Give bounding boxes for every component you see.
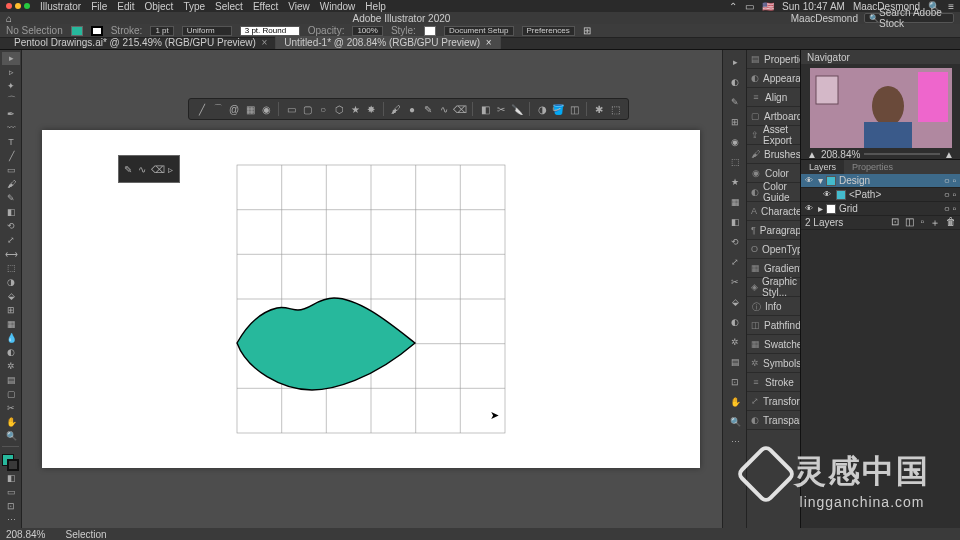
menu-file[interactable]: File [91,1,107,12]
rt-icon-18[interactable]: ✋ [726,393,744,411]
rt-icon-19[interactable]: 🔍 [726,413,744,431]
panel-stroke[interactable]: ≡Stroke [747,373,800,392]
canvas-area[interactable]: ➤ ✎ ∿ ⌫ ▹ ╱ ⌒ @ ▦ ◉ ▭ ▢ ○ ⬡ ★ ✸ 🖌 ● ✎ ∿ … [22,50,722,528]
rt-icon-17[interactable]: ⊡ [726,373,744,391]
user-name[interactable]: MaacDesmond [791,13,858,24]
rt-icon-5[interactable]: ◉ [726,133,744,151]
scale-tool[interactable]: ⤢ [2,234,20,247]
rect-icon[interactable]: ▭ [284,102,298,116]
menu-edit[interactable]: Edit [117,1,134,12]
rt-icon-10[interactable]: ⟲ [726,233,744,251]
expand-icon[interactable]: ▸ [818,203,823,214]
panel-align[interactable]: ≡Align [747,88,800,107]
stroke-swatch[interactable] [91,26,103,36]
knife-icon[interactable]: 🔪 [510,102,524,116]
panel-transform[interactable]: ⤢Transform [747,392,800,411]
rotate-tool[interactable]: ⟲ [2,220,20,233]
zoom-in-icon[interactable]: ▲ [944,149,954,160]
shape-builder-tool[interactable]: ◑ [2,276,20,289]
screen-mode-toggle[interactable]: ⊡ [2,499,20,512]
layer-row-path[interactable]: 👁 <Path> ○ ▫ [801,188,960,202]
align-icon[interactable]: ⊞ [583,25,591,36]
arc-icon[interactable]: ⌒ [211,102,225,116]
shaper-tool[interactable]: ✎ [2,192,20,205]
perspective-tool[interactable]: ⬙ [2,290,20,303]
flare-icon[interactable]: ✸ [364,102,378,116]
tab-props[interactable]: Properties [844,160,901,174]
zoom-tool[interactable]: 🔍 [2,430,20,443]
fill-stroke-indicator[interactable] [2,454,20,471]
panel-paragraph[interactable]: ¶Paragraph [747,221,800,240]
lasso-tool[interactable]: ⌒ [2,94,20,107]
path-eraser-tool-icon[interactable]: ⌫ [453,102,467,116]
panel-character[interactable]: ACharacter [747,202,800,221]
locate-icon[interactable]: ⊡ [891,216,899,230]
expand-icon[interactable]: ▾ [818,175,823,186]
panel-info[interactable]: ⓘInfo [747,297,800,316]
shape-builder-icon[interactable]: ◑ [535,102,549,116]
brush-dropdown[interactable]: 3 pt. Round [240,26,300,36]
mesh-tool[interactable]: ⊞ [2,304,20,317]
color-mode-toggle[interactable]: ◧ [2,471,20,484]
panel-asset-export[interactable]: ⇪Asset Export [747,126,800,145]
pen-tool[interactable]: ✒ [2,108,20,121]
gradient-tool[interactable]: ▦ [2,318,20,331]
direct-selection-tool[interactable]: ▹ [2,66,20,79]
search-stock-input[interactable]: 🔍 Search Adobe Stock [864,13,954,23]
floating-toolbar[interactable]: ╱ ⌒ @ ▦ ◉ ▭ ▢ ○ ⬡ ★ ✸ 🖌 ● ✎ ∿ ⌫ ◧ ✂ 🔪 ◑ … [188,98,629,120]
panel-color-guide[interactable]: ◐Color Guide [747,183,800,202]
lips-shape[interactable] [237,298,415,390]
menu-effect[interactable]: Effect [253,1,278,12]
slice-tool[interactable]: ✂ [2,402,20,415]
type-tool[interactable]: T [2,136,20,149]
free-transform-tool[interactable]: ⬚ [2,262,20,275]
panel-appearance[interactable]: ◐Appearance [747,69,800,88]
ellipse-icon[interactable]: ○ [316,102,330,116]
stroke-profile-dropdown[interactable]: Uniform [182,26,232,36]
document-setup-button[interactable]: Document Setup [444,26,514,36]
curvature-tool[interactable]: 〰 [2,122,20,135]
artboard-tool[interactable]: ▢ [2,388,20,401]
tab-layers[interactable]: Layers [801,160,844,174]
menu-type[interactable]: Type [183,1,205,12]
polar-grid-icon[interactable]: ◉ [259,102,273,116]
rt-icon-3[interactable]: ✎ [726,93,744,111]
mask-icon[interactable]: ◫ [905,216,914,230]
menu-object[interactable]: Object [144,1,173,12]
visibility-icon[interactable]: 👁 [805,204,815,213]
magic-wand-tool[interactable]: ✦ [2,80,20,93]
delete-layer-icon[interactable]: 🗑 [946,216,956,230]
blend-tool[interactable]: ◐ [2,346,20,359]
smooth-icon[interactable]: ∿ [137,164,147,174]
rt-icon-8[interactable]: ▦ [726,193,744,211]
status-zoom[interactable]: 208.84% [6,529,45,540]
free-transform-icon[interactable]: ⬚ [608,102,622,116]
opacity-input[interactable]: 100% [352,26,382,36]
menu-window[interactable]: Window [320,1,356,12]
panel-transparency[interactable]: ◐Transparency [747,411,800,430]
panel-graphic-styles[interactable]: ◈Graphic Styl... [747,278,800,297]
visibility-icon[interactable]: 👁 [823,190,833,199]
graph-tool[interactable]: ▤ [2,374,20,387]
rt-icon-20[interactable]: ⋯ [726,433,744,451]
tab-untitled[interactable]: Untitled-1* @ 208.84% (RGB/GPU Preview) … [276,36,500,49]
line-tool[interactable]: ╱ [2,150,20,163]
eyedropper-tool[interactable]: 💧 [2,332,20,345]
stroke-weight-dropdown[interactable]: 1 pt [150,26,173,36]
rt-icon-12[interactable]: ✂ [726,273,744,291]
rt-icon-6[interactable]: ⬚ [726,153,744,171]
polygon-icon[interactable]: ⬡ [332,102,346,116]
menu-select[interactable]: Select [215,1,243,12]
menu-help[interactable]: Help [365,1,386,12]
style-swatch[interactable] [424,26,436,36]
puppet-warp-icon[interactable]: ✱ [592,102,606,116]
panel-pathfinder[interactable]: ◫Pathfinder [747,316,800,335]
panel-swatches[interactable]: ▦Swatches [747,335,800,354]
zoom-slider[interactable] [864,153,940,155]
paintbrush-icon[interactable]: 🖌 [389,102,403,116]
layer-row-design[interactable]: 👁 ▾ Design ○ ▫ [801,174,960,188]
rectangle-tool[interactable]: ▭ [2,164,20,177]
line-icon[interactable]: ╱ [195,102,209,116]
rt-icon-4[interactable]: ⊞ [726,113,744,131]
width-tool[interactable]: ⟷ [2,248,20,261]
